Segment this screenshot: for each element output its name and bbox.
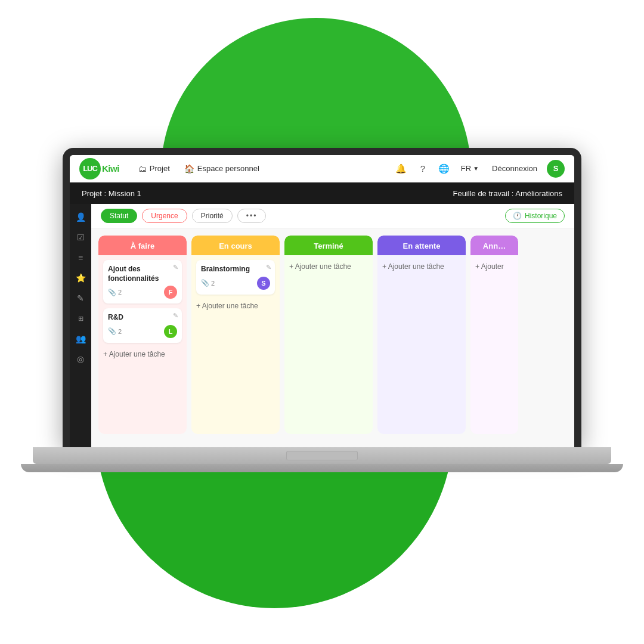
- task-avatar: L: [164, 325, 177, 338]
- clock-icon: 🕐: [513, 212, 522, 220]
- urgence-filter[interactable]: Urgence: [142, 209, 187, 223]
- col-a-faire-header: À faire: [98, 236, 187, 255]
- col-en-cours: En cours ✎ Brainstorming 📎: [191, 236, 280, 434]
- laptop-screen-outer: LUC Kiwi 🗂 Projet 🏠 Espace personnel: [63, 148, 581, 447]
- col-en-cours-header: En cours: [191, 236, 280, 255]
- task-attachments: 📎 2: [201, 279, 215, 287]
- nav-projet[interactable]: 🗂 Projet: [131, 155, 177, 182]
- task-card: ✎ Brainstorming 📎 2 S: [196, 260, 275, 295]
- historique-button[interactable]: 🕐 Historique: [505, 209, 565, 223]
- task-meta: 📎 2 F: [108, 286, 177, 299]
- attach-count: 2: [118, 328, 122, 335]
- attach-count: 2: [118, 289, 122, 296]
- sidebar-icon-grid[interactable]: ⊞: [72, 310, 89, 327]
- task-card: ✎ Ajout des fonctionnalités 📎 2: [103, 260, 182, 304]
- task-avatar: F: [164, 286, 177, 299]
- sidebar-icon-edit[interactable]: ✎: [72, 290, 89, 306]
- paperclip-icon: 📎: [108, 289, 116, 296]
- sidebar-icon-group[interactable]: 👥: [72, 330, 89, 347]
- col-termine-header: Terminé: [284, 236, 373, 255]
- board-area: Statut Urgence Priorité ••• 🕐 Historique: [91, 204, 574, 447]
- task-attachments: 📎 2: [108, 327, 122, 335]
- sidebar-icon-list[interactable]: ≡: [72, 249, 89, 266]
- edit-icon[interactable]: ✎: [173, 264, 178, 271]
- navbar-right: 🔔 ? 🌐 FR ▼ Déconnexion S: [393, 160, 565, 178]
- sidebar: 👤 ☑ ≡ ⭐ ✎ ⊞ 👥 ◎: [70, 204, 91, 447]
- col-a-faire: À faire ✎ Ajout des fonctionnalités 📎: [98, 236, 187, 434]
- nav-projet-label: Projet: [150, 164, 170, 173]
- col-annule: Ann… + Ajouter: [470, 236, 518, 434]
- navbar: LUC Kiwi 🗂 Projet 🏠 Espace personnel: [70, 155, 574, 182]
- help-icon[interactable]: ?: [414, 160, 431, 177]
- nav-espace[interactable]: 🏠 Espace personnel: [177, 155, 267, 182]
- col-termine: Terminé + Ajouter une tâche: [284, 236, 373, 434]
- app: LUC Kiwi 🗂 Projet 🏠 Espace personnel: [70, 155, 574, 447]
- logo-luc: LUC: [83, 164, 97, 173]
- nav-espace-label: Espace personnel: [197, 164, 259, 173]
- col-annule-header: Ann…: [470, 236, 518, 255]
- laptop-screen: LUC Kiwi 🗂 Projet 🏠 Espace personnel: [70, 155, 574, 447]
- project-title-wrap: Projet : Mission 1: [82, 188, 141, 199]
- sidebar-icon-star[interactable]: ⭐: [72, 270, 89, 286]
- logo-kiwi: Kiwi: [102, 163, 119, 174]
- task-meta: 📎 2 S: [201, 277, 270, 290]
- scene: LUC Kiwi 🗂 Projet 🏠 Espace personnel: [0, 0, 644, 644]
- col-en-attente-header: En attente: [377, 236, 466, 255]
- main-content: 👤 ☑ ≡ ⭐ ✎ ⊞ 👥 ◎: [70, 204, 574, 447]
- task-card: ✎ R&D 📎 2 L: [103, 308, 182, 343]
- task-avatar: S: [257, 277, 270, 290]
- task-meta: 📎 2 L: [108, 325, 177, 338]
- logo: LUC Kiwi: [79, 158, 119, 179]
- task-attachments: 📎 2: [108, 289, 122, 296]
- project-header: Projet : Mission 1 Feuille de travail : …: [70, 182, 574, 204]
- paperclip-icon: 📎: [108, 327, 116, 335]
- task-title: Ajout des fonctionnalités: [108, 265, 177, 283]
- priorite-filter[interactable]: Priorité: [192, 209, 233, 223]
- col-en-attente: En attente + Ajouter une tâche: [377, 236, 466, 434]
- project-title: Projet : Mission 1: [82, 189, 141, 198]
- lang-button[interactable]: FR ▼: [457, 162, 482, 175]
- edit-icon[interactable]: ✎: [173, 312, 178, 320]
- sidebar-icon-circle[interactable]: ◎: [72, 351, 89, 367]
- laptop-trackpad: [286, 451, 358, 460]
- notification-icon[interactable]: 🔔: [393, 160, 410, 177]
- globe-icon[interactable]: 🌐: [436, 160, 453, 177]
- col-en-attente-body: + Ajouter une tâche: [377, 255, 466, 434]
- add-task-button[interactable]: + Ajouter une tâche: [196, 299, 275, 312]
- laptop: LUC Kiwi 🗂 Projet 🏠 Espace personnel: [21, 148, 623, 472]
- add-task-button[interactable]: + Ajouter une tâche: [382, 260, 461, 273]
- sidebar-icon-user[interactable]: 👤: [72, 209, 89, 225]
- col-annule-body: + Ajouter: [470, 255, 518, 434]
- worksheet-title: Feuille de travail : Améliorations: [453, 189, 562, 198]
- lang-label: FR: [461, 164, 471, 173]
- logo-text: Kiwi: [102, 163, 119, 174]
- logo-circle: LUC: [79, 158, 101, 179]
- task-brainstorming: Brainstorming: [201, 265, 270, 274]
- add-task-button[interactable]: + Ajouter une tâche: [289, 260, 368, 273]
- laptop-base: [33, 447, 611, 464]
- kanban-board: À faire ✎ Ajout des fonctionnalités 📎: [91, 228, 574, 447]
- col-termine-body: + Ajouter une tâche: [284, 255, 373, 434]
- user-avatar[interactable]: S: [547, 160, 565, 178]
- task-title: R&D: [108, 313, 177, 323]
- laptop-bottom-bar: [21, 464, 623, 472]
- more-filter[interactable]: •••: [237, 209, 267, 223]
- projet-icon: 🗂: [138, 164, 147, 174]
- add-task-button[interactable]: + Ajouter: [475, 260, 513, 273]
- col-en-cours-body: ✎ Brainstorming 📎 2 S: [191, 255, 280, 434]
- attach-count: 2: [211, 280, 215, 287]
- historique-label: Historique: [525, 212, 557, 220]
- sidebar-icon-tasks[interactable]: ☑: [72, 229, 89, 246]
- add-task-button[interactable]: + Ajouter une tâche: [103, 348, 182, 361]
- chevron-down-icon: ▼: [473, 165, 479, 172]
- filter-bar: Statut Urgence Priorité ••• 🕐 Historique: [91, 204, 574, 228]
- espace-icon: 🏠: [184, 164, 194, 174]
- deconnexion-button[interactable]: Déconnexion: [487, 162, 542, 175]
- paperclip-icon: 📎: [201, 279, 209, 287]
- edit-icon[interactable]: ✎: [266, 264, 271, 271]
- col-a-faire-body: ✎ Ajout des fonctionnalités 📎 2: [98, 255, 187, 434]
- statut-filter[interactable]: Statut: [101, 209, 137, 223]
